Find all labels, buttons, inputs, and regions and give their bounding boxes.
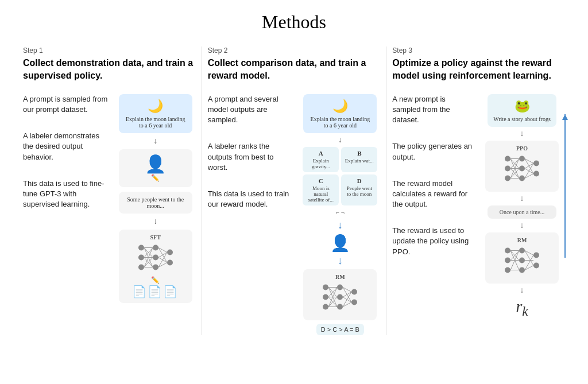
svg-point-25 xyxy=(323,304,328,309)
svg-point-47 xyxy=(505,165,510,171)
ppo-network-icon xyxy=(499,152,545,186)
svg-point-50 xyxy=(519,165,525,171)
rm-network-icon xyxy=(317,280,363,315)
svg-point-75 xyxy=(533,252,539,258)
step1-arrow1: ↓ xyxy=(153,137,157,146)
step3-once-text: Once upon a time... xyxy=(493,209,551,215)
step1-texts: A prompt is sampled from our prompt data… xyxy=(23,94,110,226)
option-b-text: Explain wat... xyxy=(344,158,374,164)
option-c-text: Moon is natural satellite of... xyxy=(305,185,336,203)
step3-write-text: Write a story about frogs xyxy=(493,116,551,122)
option-b: B Explain wat... xyxy=(341,147,377,172)
step3-arrow2: ↓ xyxy=(520,194,524,203)
step1-content: A prompt is sampled from our prompt data… xyxy=(23,94,196,303)
option-c-label: C xyxy=(305,177,336,184)
svg-point-24 xyxy=(323,294,328,300)
step3-content: A new prompt is sampled from the dataset… xyxy=(392,94,565,319)
step3-texts: A new prompt is sampled from the dataset… xyxy=(392,94,473,273)
step2-text3: This data is used to train our reward mo… xyxy=(208,189,295,210)
step3-column: Step 3 Optimize a policy against the rew… xyxy=(386,46,571,335)
step1-output-card: Some people went to the moon... xyxy=(119,192,192,214)
svg-point-76 xyxy=(533,262,539,268)
svg-point-0 xyxy=(138,245,144,250)
step2-arrow1: ↓ xyxy=(338,135,342,145)
svg-point-74 xyxy=(519,267,525,273)
option-a: A Explain gravity... xyxy=(303,147,339,172)
svg-point-27 xyxy=(337,294,343,300)
svg-point-51 xyxy=(519,175,525,181)
step2-diagram: 🌙 Explain the moon landing to a 6 year o… xyxy=(300,94,380,335)
step3-arrow4: ↓ xyxy=(520,286,524,295)
step2-rm-card: RM xyxy=(303,269,377,320)
bracket-symbol: ⌐ ¬ xyxy=(336,209,345,216)
svg-point-23 xyxy=(323,284,328,290)
option-d: D People went to the moon xyxy=(341,174,377,205)
option-a-label: A xyxy=(305,150,336,157)
step1-label: Step 1 xyxy=(23,46,196,55)
svg-point-4 xyxy=(153,254,158,260)
step1-arrow2: ↓ xyxy=(153,217,157,226)
pencil2-icon: ✏️ xyxy=(123,276,188,285)
main-columns: Step 1 Collect demonstration data, and t… xyxy=(17,46,571,335)
svg-point-71 xyxy=(505,267,510,273)
step3-arrow3: ↓ xyxy=(520,221,524,230)
step3-rm-network-icon xyxy=(499,243,545,278)
step1-title: Collect demonstration data, and train a … xyxy=(23,57,196,83)
sft-label: SFT xyxy=(123,234,188,241)
svg-point-3 xyxy=(153,245,158,250)
svg-point-53 xyxy=(533,170,539,176)
frog-icon: 🐸 xyxy=(493,99,551,114)
option-d-text: People went to the moon xyxy=(344,185,374,197)
svg-point-72 xyxy=(519,247,525,253)
svg-point-46 xyxy=(505,156,510,161)
svg-point-49 xyxy=(519,156,525,161)
step2-blue-arrow2: ↓ xyxy=(338,255,343,267)
option-c: C Moon is natural satellite of... xyxy=(303,174,339,205)
doc-icons: 📄📄📄 xyxy=(123,285,188,298)
step1-prompt-card: 🌙 Explain the moon landing to a 6 year o… xyxy=(119,94,192,133)
svg-point-5 xyxy=(153,264,158,270)
step2-text1: A prompt and several model outputs are s… xyxy=(208,94,295,126)
step3-rk: rk xyxy=(516,297,528,319)
svg-point-7 xyxy=(167,259,173,265)
svg-point-1 xyxy=(138,254,144,260)
svg-point-28 xyxy=(337,304,343,309)
pencil-icon: ✏️ xyxy=(123,174,188,183)
ppo-label: PPO xyxy=(490,145,554,152)
step1-column: Step 1 Collect demonstration data, and t… xyxy=(17,46,202,335)
step2-prompt-card: 🌙 Explain the moon landing to a 6 year o… xyxy=(303,94,377,133)
step3-label: Step 3 xyxy=(392,46,565,55)
svg-point-73 xyxy=(519,257,525,263)
step2-options: A Explain gravity... B Explain wat... C … xyxy=(303,147,377,205)
step3-diagram: 🐸 Write a story about frogs ↓ PPO xyxy=(479,94,565,319)
step3-text2: The policy generates an output. xyxy=(392,141,473,162)
step1-diagram: 🌙 Explain the moon landing to a 6 year o… xyxy=(115,94,196,303)
step2-card1-text: Explain the moon landing to a 6 year old xyxy=(308,116,372,129)
step3-rm-label: RM xyxy=(490,237,554,243)
step1-card2-text: Some people went to the moon... xyxy=(123,196,188,209)
step2-blue-arrow: ↓ xyxy=(338,219,343,231)
step3-text3: The reward model calculates a reward for… xyxy=(392,179,473,210)
step3-title: Optimize a policy against the reward mod… xyxy=(392,57,565,83)
svg-point-52 xyxy=(533,160,539,166)
step2-labeler-icon: 👤 xyxy=(330,234,350,253)
step2-title: Collect comparison data, and train a rew… xyxy=(208,57,381,83)
sft-network-icon xyxy=(133,241,179,275)
step1-labeler-card: 👤 ✏️ xyxy=(119,149,192,187)
svg-point-6 xyxy=(167,249,173,255)
option-a-text: Explain gravity... xyxy=(305,158,336,169)
svg-point-2 xyxy=(138,264,144,270)
step2-rm-label: RM xyxy=(308,274,372,280)
step1-text3: This data is used to fine-tune GPT-3 wit… xyxy=(23,179,110,210)
svg-point-29 xyxy=(351,289,357,294)
step2-texts: A prompt and several model outputs are s… xyxy=(208,94,295,226)
labeler-icon: 👤 xyxy=(123,154,188,174)
option-d-label: D xyxy=(344,177,374,184)
step1-text1: A prompt is sampled from our prompt data… xyxy=(23,94,110,115)
svg-point-48 xyxy=(505,175,510,181)
step2-rank: D > C > A = B xyxy=(316,324,364,335)
step3-output-card: Once upon a time... xyxy=(488,205,556,219)
svg-point-30 xyxy=(351,299,357,305)
svg-point-70 xyxy=(505,257,510,263)
step1-sft-card: SFT xyxy=(119,230,192,303)
